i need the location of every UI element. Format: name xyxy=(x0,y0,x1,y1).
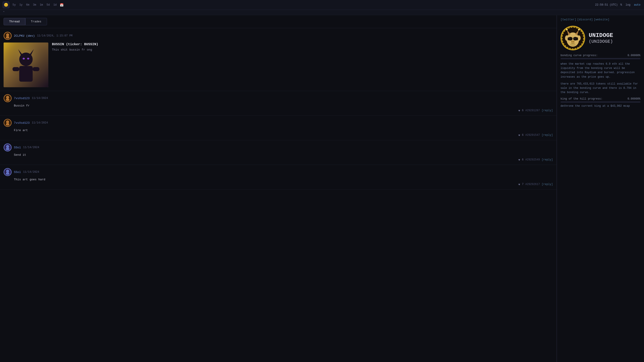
comment-3-username[interactable]: SSol xyxy=(14,146,21,149)
tokens-desc: there are 765,433,613 tokens still avail… xyxy=(560,82,640,95)
post-id-2: #29291547 xyxy=(526,134,540,137)
log-button[interactable]: log xyxy=(625,3,632,7)
main-post: 2CLPKU (dev) 11/14/2024, 1:15:07 PM xyxy=(0,28,556,91)
svg-rect-25 xyxy=(6,148,10,150)
timeframe-1m[interactable]: 1m xyxy=(38,2,44,8)
timeframe-buttons: 5y 1y 6m 3m 1m 5d 1d xyxy=(11,2,58,8)
post-text-area: BUSSIN (ticker: BUSSIN) This shit bussin… xyxy=(52,42,553,87)
tab-bar: Thread Trades xyxy=(0,15,556,28)
main-post-header: 2CLPKU (dev) 11/14/2024, 1:15:07 PM xyxy=(4,32,553,40)
avatar xyxy=(4,144,12,152)
comment-4-username[interactable]: SSol xyxy=(14,170,21,174)
comment-1-actions: ♥ 6 #29291287 [reply] xyxy=(4,109,553,112)
calendar-button[interactable]: 📅 xyxy=(60,3,64,7)
comment-2-actions: ♥ 6 #29291547 [reply] xyxy=(4,133,553,137)
timeframe-3m[interactable]: 3m xyxy=(32,2,37,8)
comment-4-body: This art goes hard xyxy=(4,178,553,181)
main-post-username[interactable]: 2CLPKU (dev) xyxy=(14,34,35,38)
right-links: [twitter] [discord] [website] xyxy=(557,15,644,23)
comment-2-body: Fire art xyxy=(4,129,553,132)
like-button-4[interactable]: ♥ xyxy=(518,182,520,186)
discord-link[interactable]: [discord] xyxy=(577,18,593,21)
avatar xyxy=(4,168,12,176)
svg-point-37 xyxy=(578,29,580,30)
emoji-button[interactable]: 😊 xyxy=(3,2,10,8)
bonding-curve-section: bonding curve progress: 0.00000% xyxy=(560,54,640,59)
reply-button-4[interactable]: [reply] xyxy=(542,183,553,186)
token-name: UNIDOGE xyxy=(589,32,613,39)
timeframe-1d[interactable]: 1d xyxy=(52,2,58,8)
post-id-1: #29291287 xyxy=(526,109,540,112)
comment-2: 7vsXsd123 11/14/2024 Fire art ♥ 6 #29291… xyxy=(0,116,556,140)
main-layout: Thread Trades xyxy=(0,15,644,362)
post-image xyxy=(4,42,48,87)
website-link[interactable]: [website] xyxy=(594,18,609,21)
percent-button[interactable]: % xyxy=(620,3,623,7)
reply-button-3[interactable]: [reply] xyxy=(542,158,553,161)
thread-content: 2CLPKU (dev) 11/14/2024, 1:15:07 PM xyxy=(0,28,556,362)
comment-4-header: SSol 11/14/2024 xyxy=(4,168,553,176)
comment-1-username[interactable]: 7vsXsd123 xyxy=(14,97,30,100)
tab-trades[interactable]: Trades xyxy=(25,18,47,25)
post-id-4: #29292617 xyxy=(526,183,540,186)
bonding-desc: when the market cap reaches 6.9 eth all … xyxy=(560,62,640,79)
like-count-2: 6 xyxy=(522,134,524,137)
svg-point-49 xyxy=(573,41,574,42)
token-name-block: UNIDOGE (UNIDOGE) xyxy=(589,32,613,44)
bonding-label: bonding curve progress: 0.00000% xyxy=(560,54,640,57)
svg-rect-21 xyxy=(6,123,10,126)
comment-1-body: Bussin fr xyxy=(4,104,553,108)
like-button-2[interactable]: ♥ xyxy=(518,133,520,137)
svg-point-48 xyxy=(572,41,572,42)
timeframe-5y[interactable]: 5y xyxy=(11,2,17,8)
comment-4-actions: ♥ 7 #29292617 [reply] xyxy=(4,182,553,186)
svg-point-28 xyxy=(6,170,9,173)
like-button-3[interactable]: ♥ xyxy=(518,158,520,162)
svg-rect-11 xyxy=(19,66,33,82)
svg-point-9 xyxy=(22,58,25,60)
token-logo xyxy=(560,26,585,50)
king-label: king of the hill progress: 0.00000% xyxy=(560,97,640,100)
comment-4: SSol 11/14/2024 This art goes hard ♥ 7 #… xyxy=(0,165,556,190)
like-count-4: 7 xyxy=(522,183,524,186)
like-button-1[interactable]: ♥ xyxy=(518,109,520,112)
collapse-button[interactable]: ⌃ xyxy=(3,11,5,14)
twitter-link[interactable]: [twitter] xyxy=(560,18,576,21)
reply-button-1[interactable]: [reply] xyxy=(542,109,553,112)
comment-3-actions: ♥ 6 #29292549 [reply] xyxy=(4,158,553,162)
tab-thread[interactable]: Thread xyxy=(4,18,25,25)
main-post-date: 11/14/2024, 1:15:07 PM xyxy=(37,34,72,37)
top-bar: 😊 5y 1y 6m 3m 1m 5d 1d 📅 22:59:51 (UTC) … xyxy=(0,0,644,10)
token-header: UNIDOGE (UNIDOGE) xyxy=(560,26,640,50)
king-desc: dethrone the current king at a $43,902 m… xyxy=(560,104,640,108)
post-title: BUSSIN (ticker: BUSSIN) xyxy=(52,42,553,46)
svg-point-2 xyxy=(6,33,9,36)
comment-4-date: 11/14/2024 xyxy=(23,170,39,174)
left-panel: Thread Trades xyxy=(0,15,557,362)
like-count-3: 6 xyxy=(522,158,524,161)
avatar xyxy=(4,32,12,40)
svg-point-46 xyxy=(574,38,576,39)
timeframe-6m[interactable]: 6m xyxy=(25,2,31,8)
comment-1: 7vsXsd123 11/14/2024 Bussin fr ♥ 6 #2929… xyxy=(0,91,556,116)
svg-point-45 xyxy=(568,38,570,39)
auto-button[interactable]: auto xyxy=(633,3,641,7)
svg-rect-43 xyxy=(574,37,578,40)
post-id-3: #29292549 xyxy=(526,158,540,161)
avatar-image xyxy=(4,32,12,40)
reply-button-2[interactable]: [reply] xyxy=(542,134,553,137)
timeframe-1y[interactable]: 1y xyxy=(18,2,24,8)
comment-3: SSol 11/14/2024 Send it ♥ 6 #29292549 [r… xyxy=(0,140,556,165)
svg-rect-13 xyxy=(33,67,40,71)
comment-2-username[interactable]: 7vsXsd123 xyxy=(14,121,30,124)
comment-2-header: 7vsXsd123 11/14/2024 xyxy=(4,119,553,127)
svg-rect-17 xyxy=(6,99,10,101)
main-post-content: BUSSIN (ticker: BUSSIN) This shit bussin… xyxy=(4,42,553,87)
like-count-1: 6 xyxy=(522,109,524,112)
comment-1-date: 11/14/2024 xyxy=(32,97,48,100)
svg-point-10 xyxy=(27,58,29,60)
avatar xyxy=(4,119,12,127)
svg-point-36 xyxy=(566,29,568,30)
svg-rect-3 xyxy=(6,36,10,38)
timeframe-5d[interactable]: 5d xyxy=(45,2,51,8)
